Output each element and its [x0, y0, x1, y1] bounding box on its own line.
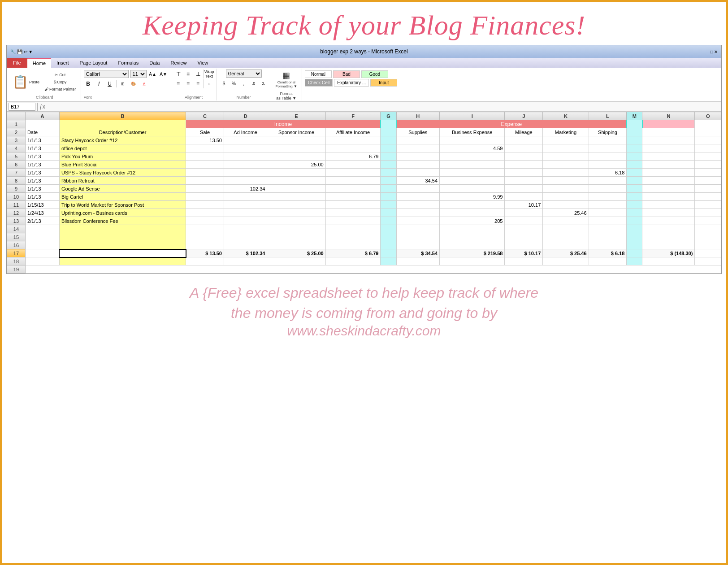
- conditional-formatting-button[interactable]: ▦ ConditionalFormatting ▼: [274, 70, 299, 89]
- cell-f2[interactable]: Affiliate Income: [325, 128, 381, 136]
- cell-a13[interactable]: 2/1/13: [25, 217, 59, 225]
- cell-i12[interactable]: [440, 209, 505, 217]
- cell-a10[interactable]: 1/1/13: [25, 193, 59, 201]
- cell-j11[interactable]: 10.17: [505, 201, 543, 209]
- col-h-header[interactable]: H: [396, 112, 439, 120]
- cell-f5[interactable]: 6.79: [325, 152, 381, 161]
- cell-k10[interactable]: [543, 193, 589, 201]
- cell-f3[interactable]: [325, 136, 381, 144]
- font-name-select[interactable]: Calibri: [84, 70, 129, 78]
- cell-l10[interactable]: [589, 193, 627, 201]
- cell-g5[interactable]: [381, 152, 396, 161]
- cell-l18[interactable]: [589, 257, 627, 265]
- style-bad[interactable]: Bad: [333, 70, 360, 78]
- cell-k8[interactable]: [543, 177, 589, 185]
- cell-h4[interactable]: [396, 144, 439, 152]
- cell-l15[interactable]: [589, 233, 627, 241]
- cell-m6[interactable]: [627, 161, 642, 169]
- cell-o5[interactable]: [695, 152, 721, 161]
- align-center-button[interactable]: ≡: [184, 79, 193, 88]
- cell-l4[interactable]: [589, 144, 627, 152]
- cell-c12[interactable]: [186, 209, 224, 217]
- cell-f13[interactable]: [325, 217, 381, 225]
- cell-o16[interactable]: [695, 241, 721, 249]
- tab-insert[interactable]: Insert: [51, 58, 74, 68]
- bold-button[interactable]: B: [84, 79, 93, 88]
- cell-g10[interactable]: [381, 193, 396, 201]
- cell-n10[interactable]: [642, 193, 695, 201]
- cell-g7[interactable]: [381, 169, 396, 177]
- cell-a12[interactable]: 1/24/13: [25, 209, 59, 217]
- italic-button[interactable]: I: [95, 79, 104, 88]
- align-bottom-button[interactable]: ⊥: [194, 70, 203, 78]
- cell-f8[interactable]: [325, 177, 381, 185]
- cell-k11[interactable]: [543, 201, 589, 209]
- merge-center-button[interactable]: ↔: [205, 79, 214, 88]
- cell-m12[interactable]: [627, 209, 642, 217]
- cell-o14[interactable]: [695, 225, 721, 233]
- cell-b7[interactable]: USPS - Stacy Haycock Order #12: [59, 169, 186, 177]
- copy-button[interactable]: ⎘ Copy: [43, 79, 78, 85]
- cell-d4[interactable]: [224, 144, 267, 152]
- cell-m13[interactable]: [627, 217, 642, 225]
- cell-j14[interactable]: [505, 225, 543, 233]
- cell-i15[interactable]: [440, 233, 505, 241]
- cell-e3[interactable]: [267, 136, 325, 144]
- cell-i18[interactable]: [440, 257, 505, 265]
- cell-m14[interactable]: [627, 225, 642, 233]
- cell-h18[interactable]: [396, 257, 439, 265]
- col-b-header[interactable]: B: [59, 112, 186, 120]
- cell-d6[interactable]: [224, 161, 267, 169]
- cell-c4[interactable]: [186, 144, 224, 152]
- cell-c2[interactable]: Sale: [186, 128, 224, 136]
- cell-a18[interactable]: [25, 257, 59, 265]
- cell-j3[interactable]: [505, 136, 543, 144]
- cell-o10[interactable]: [695, 193, 721, 201]
- cell-n12[interactable]: [642, 209, 695, 217]
- col-i-header[interactable]: I: [440, 112, 505, 120]
- cell-g6[interactable]: [381, 161, 396, 169]
- cell-i2[interactable]: Business Expense: [440, 128, 505, 136]
- cell-d11[interactable]: [224, 201, 267, 209]
- cell-e5[interactable]: [267, 152, 325, 161]
- tab-page-layout[interactable]: Page Layout: [74, 58, 113, 68]
- cell-c7[interactable]: [186, 169, 224, 177]
- comma-button[interactable]: ,: [239, 79, 248, 88]
- cell-d16[interactable]: [224, 241, 267, 249]
- cell-n18[interactable]: [642, 257, 695, 265]
- tab-data[interactable]: Data: [144, 58, 165, 68]
- formula-input[interactable]: [47, 103, 719, 111]
- cell-a11[interactable]: 1/15/13: [25, 201, 59, 209]
- cell-e10[interactable]: [267, 193, 325, 201]
- cell-e7[interactable]: [267, 169, 325, 177]
- cell-g12[interactable]: [381, 209, 396, 217]
- tab-view[interactable]: View: [192, 58, 214, 68]
- cell-l3[interactable]: [589, 136, 627, 144]
- col-o-header[interactable]: O: [695, 112, 721, 120]
- cell-j8[interactable]: [505, 177, 543, 185]
- cell-o4[interactable]: [695, 144, 721, 152]
- cell-h2[interactable]: Supplies: [396, 128, 439, 136]
- cell-l6[interactable]: [589, 161, 627, 169]
- cell-j12[interactable]: [505, 209, 543, 217]
- cell-m7[interactable]: [627, 169, 642, 177]
- tab-review[interactable]: Review: [165, 58, 192, 68]
- website-url[interactable]: www.sheskindacrafty.com: [6, 323, 722, 339]
- currency-button[interactable]: $: [220, 79, 229, 88]
- style-explanatory[interactable]: Explanatory ...: [334, 79, 369, 87]
- col-m-header[interactable]: M: [627, 112, 642, 120]
- cell-d5[interactable]: [224, 152, 267, 161]
- cell-m9[interactable]: [627, 185, 642, 193]
- cell-i6[interactable]: [440, 161, 505, 169]
- cell-reference-input[interactable]: [9, 103, 35, 111]
- increase-font-button[interactable]: A▲: [148, 70, 157, 78]
- cell-e4[interactable]: [267, 144, 325, 152]
- cell-e13[interactable]: [267, 217, 325, 225]
- cell-h3[interactable]: [396, 136, 439, 144]
- cell-b11[interactable]: Trip to World Market for Sponsor Post: [59, 201, 186, 209]
- cell-c17[interactable]: $ 13.50: [186, 249, 224, 257]
- cell-o12[interactable]: [695, 209, 721, 217]
- cell-g8[interactable]: [381, 177, 396, 185]
- format-painter-button[interactable]: 🖌 Format Painter: [43, 86, 78, 92]
- cell-f16[interactable]: [325, 241, 381, 249]
